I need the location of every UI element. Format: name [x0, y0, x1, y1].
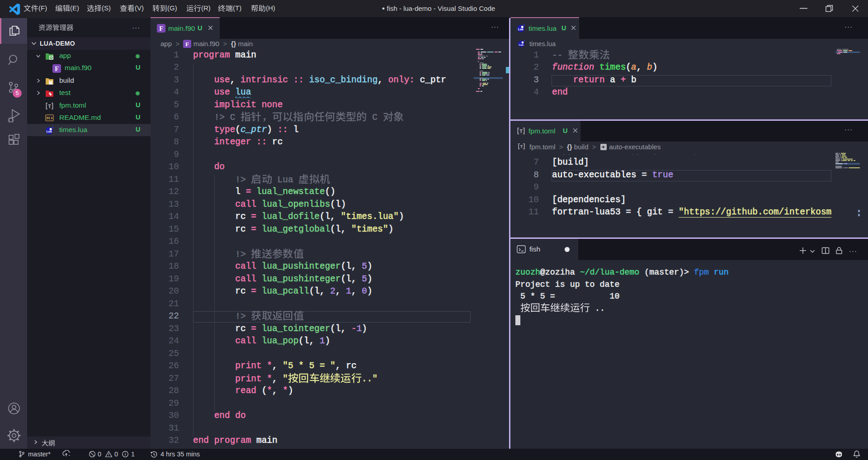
- svg-text:Lua: Lua: [519, 43, 524, 46]
- svg-text:F: F: [55, 66, 59, 72]
- svg-text:T: T: [48, 103, 51, 109]
- svg-text:Lua: Lua: [518, 28, 524, 31]
- svg-text:F: F: [159, 25, 163, 32]
- svg-text:Lua: Lua: [47, 130, 52, 133]
- svg-text:T: T: [519, 128, 523, 134]
- svg-text:T: T: [520, 144, 523, 149]
- svg-text:F: F: [185, 41, 189, 47]
